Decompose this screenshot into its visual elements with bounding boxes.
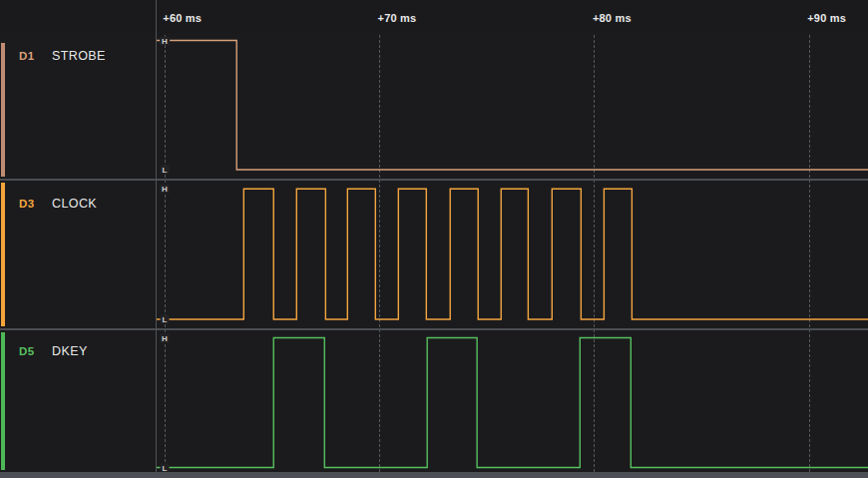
channel-id: D5	[19, 345, 35, 357]
channel-name: STROBE	[52, 49, 106, 63]
row-separator	[0, 328, 868, 330]
channel-label-panel-dkey[interactable]: D5 DKEY	[0, 330, 157, 472]
channel-id: D3	[19, 198, 35, 210]
channel-label-panel-clock[interactable]: D3 CLOCK	[0, 181, 157, 328]
low-level-marker: L	[161, 166, 170, 175]
channel-row-clock: D3 CLOCK H L	[0, 181, 868, 328]
channel-row-strobe: D1 STROBE H L	[0, 33, 868, 179]
high-level-marker: H	[160, 36, 170, 45]
panel-divider[interactable]	[156, 0, 157, 472]
low-level-marker: L	[161, 463, 170, 472]
channel-color-bar	[1, 43, 5, 177]
time-tick-label: +90 ms	[807, 12, 846, 24]
horizontal-scrollbar-track[interactable]	[0, 472, 868, 478]
channel-name: CLOCK	[52, 197, 97, 211]
waveform-area-strobe[interactable]: H L	[157, 33, 868, 179]
waveform-trace	[157, 33, 868, 179]
channel-name: DKEY	[52, 344, 88, 358]
waveform-trace	[157, 330, 868, 472]
channel-color-bar	[1, 183, 5, 326]
row-separator	[0, 179, 868, 181]
high-level-marker: H	[160, 333, 170, 342]
channel-color-bar	[1, 332, 5, 470]
time-tick-label: +80 ms	[593, 12, 632, 24]
channel-label-panel-strobe[interactable]: D1 STROBE	[0, 33, 157, 179]
time-axis[interactable]: +60 ms+70 ms+80 ms+90 ms	[0, 0, 868, 33]
low-level-marker: L	[161, 315, 170, 324]
logic-analyzer-window: +60 ms+70 ms+80 ms+90 ms D1 STROBE H L D…	[0, 0, 868, 478]
channel-row-dkey: D5 DKEY H L	[0, 330, 868, 472]
time-tick-label: +60 ms	[163, 12, 202, 24]
high-level-marker: H	[160, 185, 170, 194]
waveform-area-clock[interactable]: H L	[157, 181, 868, 328]
time-tick-label: +70 ms	[378, 12, 417, 24]
channel-id: D1	[19, 50, 35, 62]
waveform-area-dkey[interactable]: H L	[157, 330, 868, 472]
waveform-trace	[157, 181, 868, 328]
